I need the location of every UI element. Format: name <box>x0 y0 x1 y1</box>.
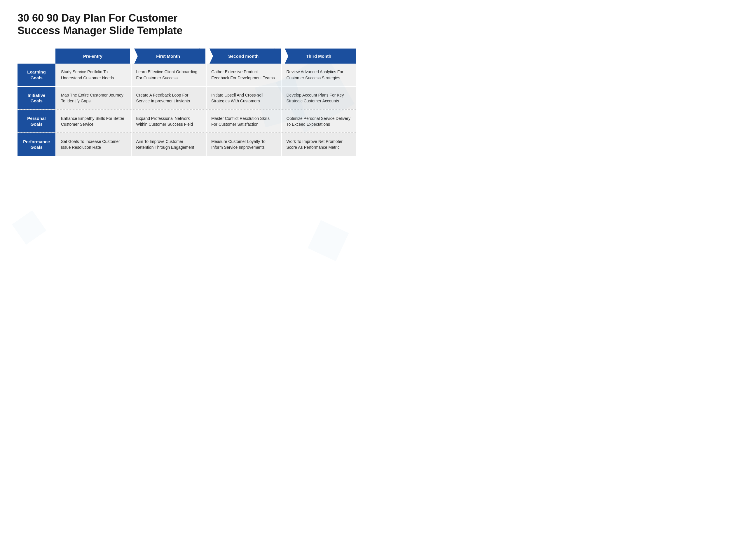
row-label-initiative-goals: Initiative Goals <box>18 87 55 109</box>
header-col-third-month: Third Month <box>281 48 356 63</box>
cell-performance-goals-second-month: Measure Customer Loyalty To Inform Servi… <box>206 133 281 156</box>
header-col-first-month: First Month <box>131 48 205 63</box>
cell-performance-goals-pre-entry: Set Goals To Increase Customer Issue Res… <box>55 133 131 156</box>
header-col-second-month: Second month <box>206 48 281 63</box>
cell-personal-goals-pre-entry: Enhance Empathy Skills For Better Custom… <box>55 110 131 133</box>
header-col-pre-entry: Pre-entry <box>55 48 130 63</box>
row-label-learning-goals: Learning Goals <box>18 63 55 86</box>
header-label-pre-entry: Pre-entry <box>83 54 102 59</box>
table-row-performance-goals: Performance GoalsSet Goals To Increase C… <box>18 133 356 156</box>
cell-personal-goals-first-month: Expand Professional Network Within Custo… <box>131 110 206 133</box>
cell-initiative-goals-first-month: Create A Feedback Loop For Service Impro… <box>131 87 206 109</box>
cell-learning-goals-pre-entry: Study Service Portfolio To Understand Cu… <box>55 63 131 86</box>
row-label-personal-goals: Personal Goals <box>18 110 55 133</box>
header-label-first-month: First Month <box>156 54 180 59</box>
header-row: Pre-entryFirst MonthSecond monthThird Mo… <box>55 48 356 63</box>
cell-learning-goals-first-month: Learn Effective Client Onboarding For Cu… <box>131 63 206 86</box>
row-label-performance-goals: Performance Goals <box>18 133 55 156</box>
cell-performance-goals-third-month: Work To Improve Net Promoter Score As Pe… <box>281 133 356 156</box>
cell-performance-goals-first-month: Aim To Improve Customer Retention Throug… <box>131 133 206 156</box>
cell-initiative-goals-pre-entry: Map The Entire Customer Journey To Ident… <box>55 87 131 109</box>
page-title: 30 60 90 Day Plan For Customer Success M… <box>18 12 222 37</box>
header-label-third-month: Third Month <box>306 54 332 59</box>
header-label-second-month: Second month <box>228 54 259 59</box>
cell-learning-goals-second-month: Gather Extensive Product Feedback For De… <box>206 63 281 86</box>
